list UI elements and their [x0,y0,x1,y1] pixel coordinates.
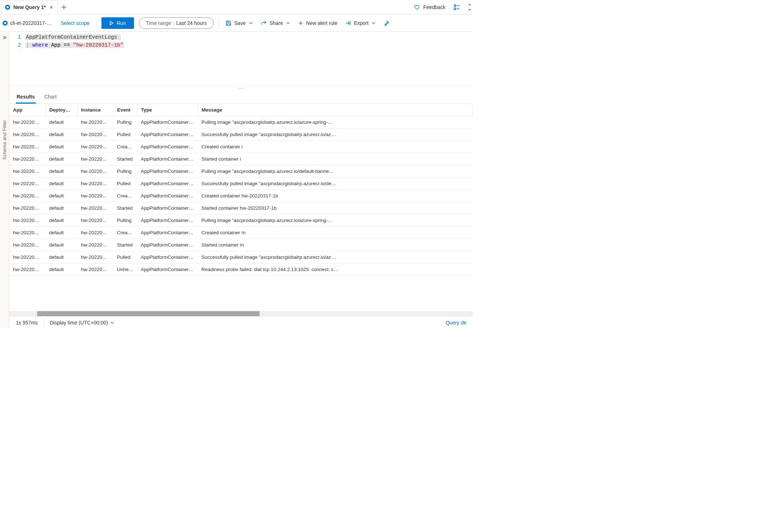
line-number-gutter: 12 [9,33,25,86]
more-icon[interactable] [466,4,471,10]
chevron-down-icon [371,21,376,25]
pin-button[interactable] [382,20,391,26]
cell: Pulled [113,128,137,141]
column-header[interactable]: Deployment [45,104,77,116]
cell: Successfully pulled image "ascprodacrglo… [198,178,473,190]
cell: Successfully pulled image "ascprodacrglo… [198,251,473,263]
results-table-wrap[interactable]: AppDeploymentInstanceEventTypeMessage hw… [9,104,473,311]
table-row[interactable]: hw-20220317-1bdefaulthw-20220317-1…Pulle… [9,178,473,190]
cell: default [45,214,77,227]
query-details-link[interactable]: Query de [445,320,466,326]
time-range-label: Time range : [146,20,174,26]
table-row[interactable]: hw-20220317-1bdefaulthw-20220317-1…Pulli… [9,214,473,227]
table-row[interactable]: hw-20220317-1bdefaulthw-20220317-1…Start… [9,202,473,214]
table-row[interactable]: hw-20220317-1bdefaulthw-20220317-1…Creat… [9,141,473,153]
cell: hw-20220317-1b [9,227,45,239]
select-scope-link[interactable]: Select scope [59,20,91,26]
code-area[interactable]: AppPlatformContainerEventLogs | where Ap… [25,33,473,86]
cell: hw-20220317-1… [77,227,113,239]
table-row[interactable]: hw-20220317-1bdefaulthw-20220317-1…Pulli… [9,165,473,178]
column-header[interactable]: App [9,104,45,116]
query-editor[interactable]: 12 AppPlatformContainerEventLogs | where… [9,32,473,86]
tab-results[interactable]: Results [16,90,36,104]
cell: Pulling [113,165,137,178]
svg-point-1 [6,6,9,8]
cell: default [45,227,77,239]
column-header[interactable]: Message [198,104,473,116]
share-label: Share [270,20,283,26]
feedback-label: Feedback [423,4,445,10]
scope-breadcrumb[interactable]: cli-et-20220317-1… [2,20,53,26]
cell: default [45,239,77,251]
column-header[interactable]: Event [113,104,137,116]
cell: Unhealthy [113,263,137,276]
table-row[interactable]: hw-20220317-1bdefaulthw-20220317-1…Creat… [9,227,473,239]
export-button[interactable]: Export [344,20,377,26]
chevron-down-icon [249,21,253,25]
run-button[interactable]: Run [101,17,134,29]
query-toolbar: cli-et-20220317-1… Select scope Run Time… [0,14,473,32]
expand-icon[interactable] [2,35,8,40]
new-alert-rule-button[interactable]: New alert rule [297,20,339,26]
tab-strip: New Query 1* Feedback [0,0,473,14]
cell: hw-20220317-1b [9,153,45,165]
close-icon[interactable] [49,5,54,10]
display-time-selector[interactable]: Display time (UTC+00:00) [50,320,114,326]
cell: hw-20220317-1b [9,214,45,227]
column-header[interactable]: Type [137,104,198,116]
cell: Created container hw-20220317-1b [198,190,473,202]
cell: hw-20220317-1b [9,141,45,153]
table-row[interactable]: hw-20220317-1bdefaulthw-20220317-1…Unhea… [9,263,473,276]
svg-rect-2 [454,5,456,6]
feedback-button[interactable]: Feedback [413,4,447,10]
cell: hw-20220317-1… [77,190,113,202]
play-icon [109,21,114,25]
table-header-row: AppDeploymentInstanceEventTypeMessage [9,104,473,116]
cell: hw-20220317-1… [77,178,113,190]
new-alert-label: New alert rule [306,20,337,26]
cell: hw-20220317-1b [9,263,45,276]
toolbar-divider [219,19,219,27]
column-header[interactable]: Instance [77,104,113,116]
cell: hw-20220317-1… [77,239,113,251]
cell: AppPlatformContainerEventLogs [137,263,198,276]
cell: default [45,116,77,128]
run-label: Run [117,20,126,26]
scope-breadcrumb-text: cli-et-20220317-1… [10,20,53,26]
cell: AppPlatformContainerEventLogs [137,251,198,263]
svg-point-5 [4,22,6,24]
table-row[interactable]: hw-20220317-1bdefaulthw-20220317-1…Pulle… [9,251,473,263]
cell: default [45,178,77,190]
table-row[interactable]: hw-20220317-1bdefaulthw-20220317-1…Start… [9,239,473,251]
cell: hw-20220317-1… [77,153,113,165]
cell: AppPlatformContainerEventLogs [137,128,198,141]
table-row[interactable]: hw-20220317-1bdefaulthw-20220317-1…Creat… [9,190,473,202]
share-button[interactable]: Share [260,20,292,26]
scrollbar-thumb[interactable] [37,311,260,316]
cell: hw-20220317-1… [77,116,113,128]
cell: Pulled [113,251,137,263]
table-row[interactable]: hw-20220317-1bdefaulthw-20220317-1…Pulle… [9,128,473,141]
cell: hw-20220317-1… [77,251,113,263]
cell: hw-20220317-1b [9,202,45,214]
time-range-selector[interactable]: Time range : Last 24 hours [139,17,214,29]
schema-filter-tab[interactable]: Schema and Filter [2,120,7,160]
toolbar-divider [96,19,96,27]
cell: AppPlatformContainerEventLogs [137,178,198,190]
cell: hw-20220317-1b [9,190,45,202]
query-tab[interactable]: New Query 1* [1,0,58,14]
cell: hw-20220317-1b [9,178,45,190]
cell: hw-20220317-1b [9,165,45,178]
table-row[interactable]: hw-20220317-1bdefaulthw-20220317-1…Start… [9,153,473,165]
splitter-handle[interactable]: ··· [9,86,473,90]
cell: hw-20220317-1… [77,141,113,153]
save-button[interactable]: Save [224,20,254,26]
cell: Pulling [113,116,137,128]
tab-chart[interactable]: Chart [44,90,57,104]
cell: Pulling image "ascprodacrglobalrp.azurec… [198,116,473,128]
new-tab-button[interactable] [61,4,67,10]
horizontal-scrollbar[interactable] [9,311,473,316]
logs-icon [2,20,8,26]
table-row[interactable]: hw-20220317-1bdefaulthw-20220317-1…Pulli… [9,116,473,128]
queries-hub-icon[interactable] [453,4,460,10]
